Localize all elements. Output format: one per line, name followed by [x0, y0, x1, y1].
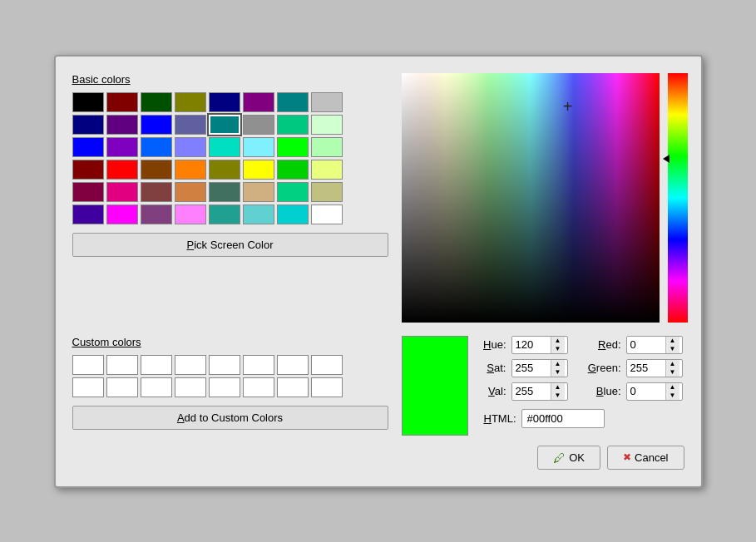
sat-spin-up[interactable]: ▲: [551, 360, 565, 368]
custom-swatch[interactable]: [175, 377, 206, 397]
color-preview: [402, 336, 468, 436]
basic-swatch[interactable]: [209, 204, 240, 224]
basic-swatch[interactable]: [243, 92, 274, 112]
green-input-wrapper[interactable]: ▲ ▼: [626, 359, 683, 377]
basic-swatch[interactable]: [277, 137, 309, 157]
hue-strip[interactable]: [668, 73, 688, 323]
hue-spin-down[interactable]: ▼: [551, 345, 565, 353]
basic-swatch[interactable]: [277, 92, 309, 112]
basic-swatch[interactable]: [106, 204, 138, 224]
basic-swatch[interactable]: [141, 137, 172, 157]
basic-swatch[interactable]: [72, 160, 104, 180]
basic-swatch[interactable]: [277, 182, 309, 202]
custom-swatch[interactable]: [209, 355, 240, 375]
custom-swatch[interactable]: [243, 377, 274, 397]
add-custom-label: Add to Custom Colors: [177, 411, 283, 424]
hue-spin-up[interactable]: ▲: [551, 337, 565, 345]
basic-swatch[interactable]: [141, 204, 172, 224]
basic-swatch[interactable]: [243, 160, 274, 180]
blue-input-wrapper[interactable]: ▲ ▼: [626, 382, 683, 401]
basic-swatch[interactable]: [141, 115, 172, 135]
red-spin-down[interactable]: ▼: [666, 345, 679, 353]
custom-swatch[interactable]: [277, 377, 309, 397]
basic-swatch[interactable]: [277, 115, 309, 135]
basic-swatch[interactable]: [72, 182, 104, 202]
basic-swatch[interactable]: [277, 204, 309, 224]
green-spinners: ▲ ▼: [665, 360, 679, 377]
sat-input-wrapper[interactable]: ▲ ▼: [511, 359, 568, 377]
blue-spin-down[interactable]: ▼: [666, 392, 679, 400]
basic-swatch[interactable]: [106, 160, 138, 180]
basic-swatch[interactable]: [141, 182, 172, 202]
basic-swatch[interactable]: [243, 204, 274, 224]
val-spin-down[interactable]: ▼: [551, 392, 565, 400]
blue-input[interactable]: [627, 383, 665, 399]
green-spin-down[interactable]: ▼: [666, 368, 679, 377]
basic-swatch[interactable]: [175, 182, 206, 202]
basic-swatch[interactable]: [243, 115, 274, 135]
ok-button[interactable]: 🖊 OK: [537, 446, 600, 470]
basic-swatch[interactable]: [311, 92, 343, 112]
custom-swatch[interactable]: [141, 377, 172, 397]
custom-swatch[interactable]: [106, 377, 138, 397]
basic-swatch[interactable]: [72, 92, 104, 112]
blue-spin-up[interactable]: ▲: [666, 383, 679, 392]
red-label: Red:: [580, 338, 621, 351]
green-spin-up[interactable]: ▲: [666, 360, 679, 368]
hue-input[interactable]: [512, 337, 551, 352]
custom-swatch[interactable]: [311, 377, 343, 397]
val-input-wrapper[interactable]: ▲ ▼: [511, 382, 568, 401]
basic-swatch[interactable]: [106, 92, 138, 112]
custom-swatch[interactable]: [175, 355, 206, 375]
custom-swatch[interactable]: [106, 355, 138, 375]
basic-swatch[interactable]: [175, 204, 206, 224]
basic-swatch[interactable]: [141, 160, 172, 180]
basic-swatch[interactable]: [175, 115, 206, 135]
basic-swatch[interactable]: [175, 160, 206, 180]
basic-swatch[interactable]: [311, 115, 343, 135]
custom-swatch[interactable]: [311, 355, 343, 375]
basic-swatch[interactable]: [311, 182, 343, 202]
add-custom-colors-button[interactable]: Add to Custom Colors: [72, 406, 388, 430]
html-input[interactable]: [521, 409, 605, 428]
basic-swatch[interactable]: [106, 137, 138, 157]
red-input[interactable]: [627, 337, 665, 352]
basic-swatch[interactable]: [175, 137, 206, 157]
custom-swatch[interactable]: [72, 377, 104, 397]
sat-input[interactable]: [512, 360, 551, 376]
val-input[interactable]: [512, 383, 551, 399]
custom-swatch[interactable]: [243, 355, 274, 375]
basic-swatch[interactable]: [311, 160, 343, 180]
bottom-section: Custom colors Add to Custom Colors Hue:: [72, 336, 684, 436]
red-spin-up[interactable]: ▲: [666, 337, 679, 345]
basic-swatch[interactable]: [72, 115, 104, 135]
basic-swatch[interactable]: [175, 92, 206, 112]
basic-swatch[interactable]: [72, 204, 104, 224]
basic-swatch[interactable]: [311, 137, 343, 157]
basic-swatch[interactable]: [209, 160, 240, 180]
hue-input-wrapper[interactable]: ▲ ▼: [511, 336, 568, 354]
custom-swatch[interactable]: [277, 355, 309, 375]
basic-swatch[interactable]: [243, 182, 274, 202]
basic-swatch[interactable]: [311, 204, 343, 224]
custom-swatch[interactable]: [209, 377, 240, 397]
red-input-wrapper[interactable]: ▲ ▼: [626, 336, 683, 354]
color-gradient[interactable]: +: [402, 73, 660, 323]
basic-swatch[interactable]: [72, 137, 104, 157]
basic-swatch[interactable]: [209, 92, 240, 112]
basic-swatch[interactable]: [209, 137, 240, 157]
basic-swatch[interactable]: [243, 137, 274, 157]
basic-swatch[interactable]: [106, 182, 138, 202]
basic-swatch[interactable]: [209, 182, 240, 202]
pick-screen-color-button[interactable]: Pick Screen Color: [72, 233, 388, 257]
sat-spin-down[interactable]: ▼: [551, 368, 565, 377]
cancel-button[interactable]: ✖ Cancel: [607, 446, 684, 470]
green-input[interactable]: [627, 360, 665, 376]
basic-swatch[interactable]: [141, 92, 172, 112]
val-spin-up[interactable]: ▲: [551, 383, 565, 392]
custom-swatch[interactable]: [141, 355, 172, 375]
basic-swatch[interactable]: [209, 115, 240, 135]
basic-swatch[interactable]: [277, 160, 309, 180]
basic-swatch[interactable]: [106, 115, 138, 135]
custom-swatch[interactable]: [72, 355, 104, 375]
